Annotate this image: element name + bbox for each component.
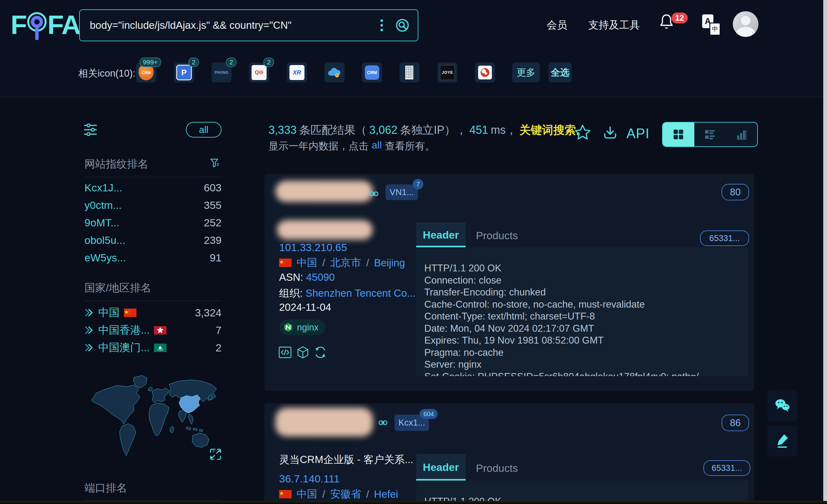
site-title[interactable]: 灵当CRM企业版 - 客户关系... [279, 453, 414, 467]
server-product-label: nginx [297, 322, 319, 333]
fingerprint-ranking-title: 网站指纹排名 [85, 157, 148, 171]
unique-ip-count: 3,062 [369, 123, 397, 136]
nav-member[interactable]: 会员 [547, 18, 567, 32]
stats-text: ms， [491, 122, 517, 138]
related-icon-xr[interactable]: XR [287, 62, 307, 82]
region-label[interactable]: 中国澳门... [98, 340, 150, 355]
tab-products[interactable]: Products [476, 229, 518, 242]
region-label[interactable]: 中国 [98, 305, 119, 320]
map-expand-icon[interactable] [209, 448, 222, 461]
http-header-line: Server: nginx [424, 358, 748, 371]
list-view-button[interactable] [694, 122, 726, 146]
asset-cube-icon[interactable] [296, 346, 309, 359]
fingerprint-count: 91 [210, 252, 222, 264]
star-favorite-icon[interactable] [574, 124, 592, 142]
fingerprint-row[interactable]: Kcx1J... 603 [85, 179, 222, 197]
nav-support-tools[interactable]: 支持及工具 [588, 18, 640, 32]
fingerprint-count: 252 [204, 217, 222, 229]
avatar[interactable] [733, 11, 759, 37]
logo-magnifier-o-icon [26, 10, 48, 40]
download-icon[interactable] [602, 125, 618, 141]
tab-header[interactable]: Header [416, 222, 466, 247]
ip-address-link[interactable]: 36.7.140.111 [279, 473, 340, 485]
last-update-date: 2024-11-04 [279, 301, 331, 313]
api-button[interactable]: API [626, 126, 649, 141]
geo-line: 中国 / 北京市 / Beijing [279, 256, 405, 270]
refresh-icon[interactable] [314, 346, 327, 359]
fingerprint-row[interactable]: 9oMT... 252 [85, 214, 222, 231]
org-link[interactable]: Shenzhen Tencent Co... [305, 287, 416, 299]
logo-letter-f: F [11, 9, 26, 40]
fingerprint-tag-badge: 7 [413, 179, 423, 189]
http-header-panel[interactable]: HTTP/1.1 200 OK Connection: close Transf… [416, 247, 748, 376]
geo-line: 中国 / 安徽省 / Hefei [279, 487, 398, 501]
region-row-macau[interactable]: 中国澳门... 2 [85, 339, 222, 356]
link-icon[interactable] [370, 189, 378, 198]
fingerprint-count: 355 [204, 199, 222, 211]
related-icon-building[interactable] [400, 62, 420, 82]
qili-icon: Qili [252, 65, 266, 80]
port-pill[interactable]: 80 [722, 184, 749, 201]
region-label[interactable]: 中国香港... [98, 323, 150, 337]
world-map[interactable] [87, 371, 222, 461]
geo-province-link[interactable]: 北京市 [330, 256, 361, 270]
kebab-menu-icon[interactable] [380, 19, 383, 32]
geo-separator: / [366, 257, 369, 269]
funnel-filter-icon[interactable] [210, 158, 220, 168]
asn-label: ASN: [279, 271, 303, 283]
fingerprint-label[interactable]: obol5u... [85, 234, 125, 246]
geo-country-link[interactable]: 中国 [297, 256, 317, 270]
geo-country-link[interactable]: 中国 [297, 487, 317, 501]
related-icon-cloud[interactable] [325, 62, 344, 82]
feedback-edit-button[interactable] [767, 425, 797, 456]
scrollbar[interactable] [823, 0, 827, 504]
region-row-china[interactable]: 中国 3,324 [85, 304, 222, 321]
select-all-button[interactable]: 全选 [548, 62, 572, 82]
cert-pill[interactable]: 65331... [703, 460, 750, 476]
more-icons-button[interactable]: 更多 [512, 62, 540, 82]
fingerprint-label[interactable]: y0ctm... [85, 199, 122, 211]
fofa-search-results-page: F FA 会员 支持及工具 12 A 中 相关icon(10): CRM 9 [0, 0, 827, 504]
org-line: 组织: Shenzhen Tencent Co... [279, 286, 416, 300]
ip-address-link[interactable]: 101.33.210.65 [279, 241, 347, 254]
http-header-line: Expires: Thu, 19 Nov 1981 08:52:00 GMT [424, 335, 748, 347]
related-icon-red-bird[interactable] [475, 62, 495, 82]
port-pill[interactable]: 86 [722, 414, 749, 431]
pencil-icon [775, 433, 790, 449]
asn-link[interactable]: 45090 [306, 271, 335, 283]
http-header-panel[interactable]: HTTP/1.1 200 OK [416, 481, 748, 504]
fingerprint-row[interactable]: obol5u... 239 [85, 231, 222, 249]
search-submit-icon[interactable] [395, 18, 409, 33]
fingerprint-label[interactable]: eW5ys... [85, 252, 126, 264]
fingerprint-row[interactable]: y0ctm... 355 [85, 197, 222, 214]
fingerprint-label[interactable]: Kcx1J... [85, 182, 123, 194]
related-icon-qili[interactable]: Qili 2 [249, 62, 269, 82]
geo-city-link[interactable]: Beijing [374, 257, 405, 269]
double-chevron-icon [85, 326, 94, 335]
geo-province-link[interactable]: 安徽省 [330, 487, 361, 501]
chart-view-button[interactable] [726, 122, 757, 146]
cert-pill[interactable]: 65331... [700, 230, 749, 246]
fingerprint-row[interactable]: eW5ys... 91 [85, 249, 222, 266]
tab-header[interactable]: Header [416, 454, 466, 481]
grid-view-button[interactable] [663, 122, 694, 146]
redacted-title [277, 220, 373, 239]
wechat-icon [774, 398, 790, 413]
translate-icon[interactable]: A 中 [702, 14, 720, 35]
related-icon-crm-blue[interactable]: CRM [362, 62, 382, 82]
logo-letters-fa: FA [48, 9, 80, 40]
geo-city-link[interactable]: Hefei [374, 488, 398, 500]
region-row-hongkong[interactable]: 中国香港... 7 [85, 321, 222, 339]
result-stats: 3,333 条匹配结果（ 3,062 条独立IP）， 451 ms， 关键词搜索… [269, 122, 587, 138]
sidebar: 网站指纹排名 Kcx1J... 603 y0ctm... 355 9oMT...… [85, 0, 222, 504]
fingerprint-label[interactable]: 9oMT... [85, 217, 119, 229]
link-icon[interactable] [379, 418, 387, 427]
tab-products[interactable]: Products [476, 462, 518, 474]
notification-count-badge: 12 [672, 12, 688, 23]
fofa-logo[interactable]: F FA [11, 9, 80, 40]
source-code-icon[interactable] [279, 346, 292, 359]
server-product-tag[interactable]: nginx [280, 320, 326, 335]
wechat-button[interactable] [767, 390, 797, 421]
related-icon-joye[interactable]: JOYE [437, 62, 457, 82]
note-all-link[interactable]: all [372, 139, 382, 153]
